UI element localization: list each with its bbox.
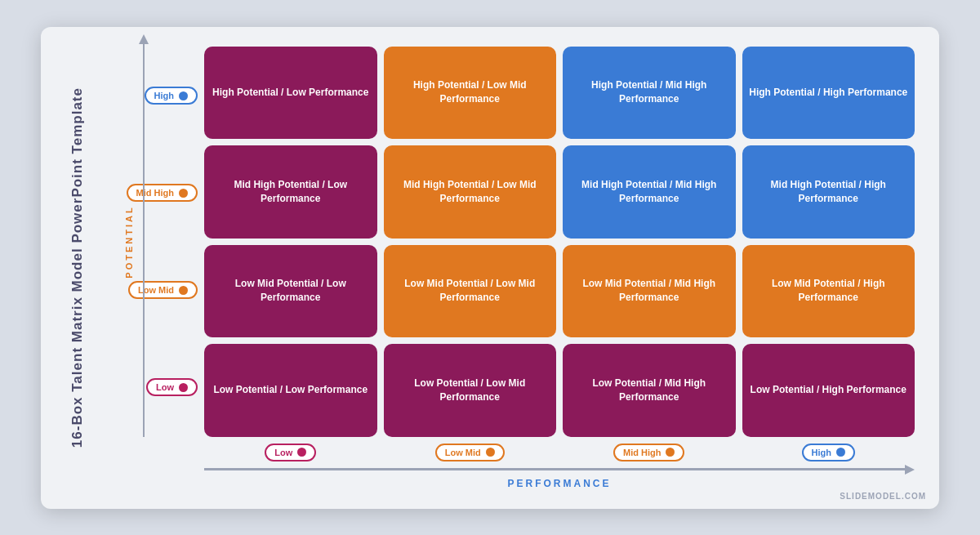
x-pill-low-dot [297,448,306,457]
cell-2-1[interactable]: Low Mid Potential / Low Mid Performance [384,245,557,338]
y-pill-low-label: Low [156,382,174,392]
slide-title: 16-Box Talent Matrix Model PowerPoint Te… [69,87,86,448]
y-pill-lowmid-label: Low Mid [138,285,174,295]
cell-1-1[interactable]: Mid High Potential / Low Mid Performance [384,145,557,239]
y-pill-low-dot [179,383,188,392]
performance-label: PERFORMANCE [114,478,915,489]
cell-0-2[interactable]: High Potential / Mid High Performance [563,47,736,140]
x-pill-high-label: High [812,448,831,457]
matrix-row-1: Mid High Potential / Low Performance Mid… [204,145,915,239]
y-axis-area: POTENTIAL High Mid High [114,47,204,437]
x-pill-lowmid-label: Low Mid [445,448,481,457]
x-arrow-shaft [204,468,905,470]
y-pill-midhigh-dot [179,189,188,198]
x-pill-lowmid-wrap: Low Mid [384,444,557,461]
cell-3-2[interactable]: Low Potential / Mid High Performance [563,344,736,437]
matrix-with-axes: POTENTIAL High Mid High [114,47,915,489]
slide-container: 16-Box Talent Matrix Model PowerPoint Te… [41,27,939,509]
cell-2-0[interactable]: Low Mid Potential / Low Performance [204,245,377,338]
cell-0-3[interactable]: High Potential / High Performance [742,47,915,140]
watermark: SLIDEMODEL.COM [840,492,926,501]
cell-1-2[interactable]: Mid High Potential / Mid High Performanc… [563,145,736,239]
matrix-row-container: POTENTIAL High Mid High [114,47,915,437]
y-pill-low: Low [146,378,198,396]
cell-3-3[interactable]: Low Potential / High Performance [742,344,915,437]
cell-0-1[interactable]: High Potential / Low Mid Performance [384,47,557,140]
y-axis-label-group: High Mid High Low Mid Low [127,47,198,437]
x-pill-lowmid: Low Mid [435,444,505,461]
x-pills-row: Low Low Mid Mid High [204,444,915,461]
y-pill-high: High [145,87,198,105]
matrix-grid: High Potential / Low Performance High Po… [204,47,915,437]
x-pill-low-wrap: Low [204,444,377,461]
vertical-title-area: 16-Box Talent Matrix Model PowerPoint Te… [41,47,114,489]
matrix-row-3: Low Potential / Low Performance Low Pote… [204,344,915,437]
y-pill-lowmid: Low Mid [128,281,198,299]
y-pill-midhigh-label: Mid High [136,188,174,198]
x-pill-high-dot [836,448,845,457]
x-pill-high: High [802,444,855,461]
x-pill-lowmid-dot [486,448,495,457]
x-pill-midhigh: Mid High [613,444,684,461]
x-arrow-head [905,465,915,475]
matrix-row-2: Low Mid Potential / Low Performance Low … [204,245,915,338]
y-pill-midhigh: Mid High [127,184,198,202]
x-pill-low: Low [265,444,316,461]
cell-0-0[interactable]: High Potential / Low Performance [204,47,377,140]
cell-1-0[interactable]: Mid High Potential / Low Performance [204,145,377,239]
x-arrow-line [204,465,915,475]
y-pill-high-dot [179,91,188,100]
matrix-row-0: High Potential / Low Performance High Po… [204,47,915,140]
y-pill-high-label: High [154,91,174,100]
main-content: POTENTIAL High Mid High [114,47,915,489]
x-pill-high-wrap: High [742,444,915,461]
cell-2-2[interactable]: Low Mid Potential / Mid High Performance [563,245,736,338]
x-pill-midhigh-wrap: Mid High [563,444,736,461]
x-axis-content: Low Low Mid Mid High [204,444,915,475]
x-pill-midhigh-label: Mid High [623,448,661,457]
y-pill-lowmid-dot [179,286,188,295]
cell-3-1[interactable]: Low Potential / Low Mid Performance [384,344,557,437]
cell-1-3[interactable]: Mid High Potential / High Performance [742,145,915,239]
x-pill-midhigh-dot [666,448,675,457]
x-pill-low-label: Low [274,448,292,457]
x-axis-row: Low Low Mid Mid High [114,444,915,475]
cell-3-0[interactable]: Low Potential / Low Performance [204,344,377,437]
cell-2-3[interactable]: Low Mid Potential / High Performance [742,245,915,338]
potential-axis-label: POTENTIAL [124,205,134,278]
